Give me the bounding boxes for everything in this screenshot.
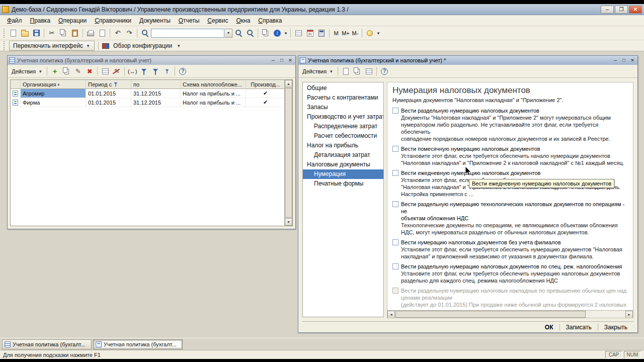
info-dropdown[interactable]: ▾ (283, 31, 288, 36)
menu-windows[interactable]: Окна (232, 16, 254, 26)
scrollbar-thumb[interactable] (395, 311, 586, 318)
reread-button[interactable] (340, 66, 351, 77)
cell-period-from[interactable]: 01.01.2015 (86, 98, 131, 107)
nav-item-print-forms[interactable]: Печатные формы (303, 179, 383, 189)
cell-period-to[interactable]: 31.12.2015 (131, 89, 181, 98)
menu-catalogs[interactable]: Справочники (91, 16, 135, 26)
memory-mplus-button[interactable]: М+ (341, 28, 350, 39)
vertical-scrollbar[interactable]: ▲ ▼ (284, 80, 292, 226)
toolbar-grip[interactable] (4, 29, 6, 38)
menu-operations[interactable]: Операции (54, 16, 91, 26)
checkbox-label[interactable]: Вести раздельную нумерацию налоговых док… (401, 107, 539, 114)
menu-edit[interactable]: Правка (26, 16, 55, 26)
journal-button[interactable] (100, 66, 111, 77)
chevron-down-icon[interactable]: ▾ (176, 43, 181, 48)
checkbox-label[interactable]: Вести раздельную нумерацию технологическ… (401, 201, 628, 222)
cell-period-from[interactable]: 01.01.2015 (86, 89, 131, 98)
form-settings-button[interactable] (363, 66, 374, 77)
checkbox[interactable] (392, 146, 398, 152)
paste-button[interactable] (69, 28, 80, 39)
interval-button[interactable]: (↔) (127, 66, 138, 77)
form-window-title-bar[interactable]: Учетная политика (бухгалтерский и налого… (298, 56, 637, 65)
form-pages-button[interactable] (352, 66, 363, 77)
checkbox[interactable] (392, 108, 398, 114)
tip-dropdown[interactable]: ▾ (376, 31, 381, 36)
write-button[interactable]: Записать (560, 322, 598, 332)
cell-tax-scheme[interactable]: Налог на прибыль и ... (181, 98, 246, 107)
cell-organization[interactable]: Агромир (21, 89, 86, 98)
find-prev-button[interactable] (245, 28, 256, 39)
deletion-mark-button[interactable]: ✎ (111, 66, 122, 77)
nav-item-cost-calc[interactable]: Расчет себестоимости (303, 131, 383, 141)
new-document-button[interactable] (8, 28, 19, 39)
help-button[interactable]: ? (177, 66, 188, 77)
checkbox[interactable] (392, 201, 398, 207)
undo-button[interactable]: ↶ (112, 28, 123, 39)
copy-item-button[interactable] (61, 66, 72, 77)
menu-file[interactable]: Файл (3, 16, 26, 26)
title-bar[interactable]: Демо-база / Сидоренко Генадій Вікторович… (0, 4, 644, 15)
search-dropdown-button[interactable]: ▾ (225, 29, 232, 38)
calculator-button[interactable] (316, 28, 327, 39)
toolbar-grip[interactable] (4, 41, 6, 50)
search-input[interactable] (151, 29, 224, 38)
checkbox[interactable] (392, 263, 398, 269)
switch-interface-button[interactable]: Переключить интерфейс ▾ (9, 41, 95, 51)
cell-period-to[interactable]: 31.12.2015 (131, 98, 181, 107)
nav-item-cost-allocation[interactable]: Распределение затрат (303, 122, 383, 131)
maximize-button[interactable]: ❐ (615, 6, 628, 14)
print-preview-button[interactable] (97, 28, 108, 39)
list-window-title-bar[interactable]: Учетная политика (бухгалтерский и налого… (8, 56, 295, 65)
filter-clear-button[interactable] (162, 66, 173, 77)
filter-settings-button[interactable] (150, 66, 161, 77)
filter-button[interactable] (138, 66, 149, 77)
checkbox-label[interactable]: Вести раздельную нумерацию налоговых док… (401, 263, 622, 270)
table-header-period-to[interactable]: по (131, 80, 181, 89)
edit-button[interactable]: ✎ (72, 66, 84, 77)
nav-item-general[interactable]: Общие (303, 83, 383, 93)
nav-item-production[interactable]: Производство и учет затрат (303, 112, 383, 122)
row-type-icon-cell[interactable] (11, 98, 21, 107)
table-header-production[interactable]: Производ... (246, 80, 285, 89)
add-button[interactable]: + (49, 66, 60, 77)
close-button[interactable]: ✕ (629, 6, 642, 14)
minimize-button[interactable]: ─ (612, 58, 619, 63)
nav-item-tax-documents[interactable]: Налоговые документы (303, 160, 383, 169)
checkbox[interactable] (392, 170, 398, 176)
horizontal-scrollbar[interactable]: ◄ ► (387, 310, 633, 318)
minimize-button[interactable]: – (601, 6, 614, 14)
scrollbar-thumb[interactable] (285, 88, 292, 218)
menu-reports[interactable]: Отчеты (175, 16, 204, 26)
minimize-button[interactable]: ─ (270, 58, 277, 63)
scroll-left-button[interactable]: ◄ (387, 311, 395, 318)
nav-item-inventory[interactable]: Запасы (303, 103, 383, 112)
nav-item-cost-detail[interactable]: Детализация затрат (303, 150, 383, 160)
actions-button[interactable]: Действия ▾ (300, 67, 336, 75)
maximize-button[interactable]: □ (620, 58, 627, 63)
close-form-button[interactable]: Закрыть (598, 322, 633, 332)
table-row[interactable]: Фирма 01.01.2015 31.12.2015 Налог на при… (11, 98, 292, 107)
cell-production-check[interactable]: ✔ (246, 89, 285, 98)
open-button[interactable] (19, 28, 30, 39)
table-row[interactable]: Агромир 01.01.2015 31.12.2015 Налог на п… (11, 89, 292, 98)
scroll-up-button[interactable]: ▲ (285, 80, 292, 87)
redo-button[interactable]: ↷ (124, 28, 135, 39)
copy-button[interactable] (58, 28, 69, 39)
pages-button[interactable] (260, 28, 271, 39)
nav-item-profit-tax[interactable]: Налог на прибыль (303, 141, 383, 150)
cut-button[interactable]: ✂ (46, 28, 57, 39)
table-header-icon-col[interactable] (11, 80, 21, 89)
actions-button[interactable]: Действия ▾ (10, 67, 45, 75)
scroll-right-button[interactable]: ► (625, 311, 633, 318)
calendar-button[interactable]: 31 (304, 28, 315, 39)
ok-button[interactable]: ОК (539, 322, 559, 332)
help-button[interactable]: ? (379, 66, 390, 77)
table-header-tax-scheme[interactable]: Схема налогообложе... (181, 80, 246, 89)
close-button[interactable]: ✕ (629, 58, 636, 63)
print-button[interactable] (85, 28, 96, 39)
menu-service[interactable]: Сервис (203, 16, 232, 26)
table-header-organization[interactable]: Организация▴ (21, 80, 86, 89)
table-button[interactable] (293, 28, 304, 39)
maximize-button[interactable]: □ (278, 58, 285, 63)
taskbar-item-list-window[interactable]: Учетная политика (бухгалт... (2, 339, 92, 349)
